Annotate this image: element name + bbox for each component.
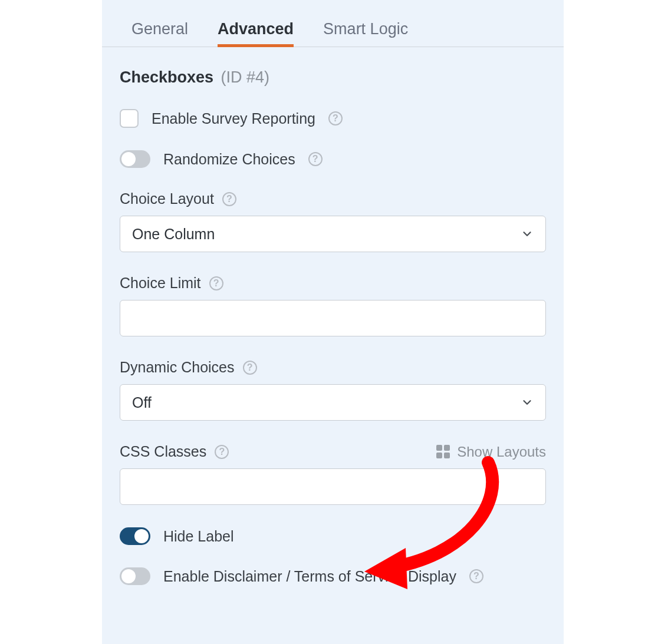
choice-layout-select[interactable]: One Column bbox=[120, 216, 546, 252]
help-icon[interactable]: ? bbox=[215, 445, 229, 459]
section-header: Checkboxes (ID #4) bbox=[120, 68, 546, 87]
enable-survey-reporting-checkbox[interactable] bbox=[120, 109, 139, 128]
grid-icon bbox=[436, 445, 450, 458]
section-title: Checkboxes bbox=[120, 68, 213, 86]
choice-layout-field: Choice Layout ? One Column bbox=[120, 190, 546, 252]
dynamic-choices-field: Dynamic Choices ? Off bbox=[120, 359, 546, 421]
dynamic-choices-select[interactable]: Off bbox=[120, 384, 546, 421]
enable-survey-reporting-label: Enable Survey Reporting bbox=[152, 110, 315, 127]
enable-disclaimer-label: Enable Disclaimer / Terms of Service Dis… bbox=[163, 568, 456, 585]
randomize-choices-toggle[interactable] bbox=[120, 150, 150, 168]
settings-panel: General Advanced Smart Logic Checkboxes … bbox=[102, 0, 564, 644]
show-layouts-label: Show Layouts bbox=[457, 444, 546, 460]
help-icon[interactable]: ? bbox=[328, 111, 343, 126]
tab-general[interactable]: General bbox=[131, 12, 188, 47]
dynamic-choices-label: Dynamic Choices bbox=[120, 359, 235, 376]
enable-disclaimer-row: Enable Disclaimer / Terms of Service Dis… bbox=[120, 567, 546, 585]
tab-smart-logic[interactable]: Smart Logic bbox=[323, 12, 408, 47]
help-icon[interactable]: ? bbox=[209, 276, 223, 290]
css-classes-input[interactable] bbox=[120, 468, 546, 505]
enable-disclaimer-toggle[interactable] bbox=[120, 567, 150, 585]
chevron-down-icon bbox=[521, 227, 534, 240]
tabs: General Advanced Smart Logic bbox=[102, 12, 564, 47]
help-icon[interactable]: ? bbox=[469, 569, 483, 583]
dynamic-choices-value: Off bbox=[132, 394, 152, 411]
hide-label-label: Hide Label bbox=[163, 528, 234, 545]
tab-advanced[interactable]: Advanced bbox=[218, 12, 294, 47]
show-layouts-button[interactable]: Show Layouts bbox=[436, 444, 546, 460]
panel-content: Checkboxes (ID #4) Enable Survey Reporti… bbox=[102, 47, 564, 585]
hide-label-toggle[interactable] bbox=[120, 527, 150, 545]
enable-survey-reporting-row: Enable Survey Reporting ? bbox=[120, 109, 546, 128]
help-icon[interactable]: ? bbox=[222, 192, 236, 206]
choice-limit-label: Choice Limit bbox=[120, 275, 201, 292]
choice-layout-value: One Column bbox=[132, 226, 215, 243]
choice-layout-label: Choice Layout bbox=[120, 190, 214, 207]
randomize-choices-row: Randomize Choices ? bbox=[120, 150, 546, 168]
hide-label-row: Hide Label bbox=[120, 527, 546, 545]
chevron-down-icon bbox=[521, 396, 534, 409]
choice-limit-field: Choice Limit ? bbox=[120, 275, 546, 336]
css-classes-field: CSS Classes ? Show Layouts bbox=[120, 443, 546, 505]
css-classes-label: CSS Classes bbox=[120, 443, 206, 460]
help-icon[interactable]: ? bbox=[308, 152, 323, 166]
section-id: (ID #4) bbox=[221, 68, 270, 86]
choice-limit-input[interactable] bbox=[120, 300, 546, 336]
help-icon[interactable]: ? bbox=[243, 361, 257, 375]
randomize-choices-label: Randomize Choices bbox=[163, 151, 295, 168]
